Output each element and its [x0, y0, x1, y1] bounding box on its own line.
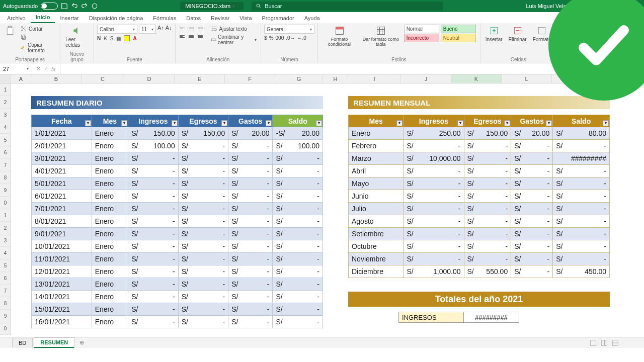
- row-header[interactable]: 6: [0, 272, 11, 285]
- cell[interactable]: S/-: [128, 165, 178, 177]
- cell[interactable]: S/-: [511, 140, 553, 152]
- cell[interactable]: S/-: [553, 215, 610, 228]
- cell[interactable]: Enero: [92, 140, 128, 152]
- cell[interactable]: 16/01/2021: [32, 316, 92, 328]
- sheet-tab-bd[interactable]: BD: [12, 338, 33, 347]
- cell[interactable]: S/-: [128, 152, 178, 165]
- row-header[interactable]: 2: [0, 96, 11, 109]
- cell[interactable]: Enero: [92, 228, 128, 240]
- merge-center-button[interactable]: Combinar y centrar▾: [210, 34, 258, 46]
- cell[interactable]: S/-: [464, 215, 511, 228]
- tab-vista[interactable]: Vista: [234, 14, 257, 23]
- cell[interactable]: S/-: [178, 316, 228, 328]
- cell[interactable]: S/-: [404, 177, 464, 190]
- cell[interactable]: S/-: [273, 215, 323, 228]
- fx-icon[interactable]: fx: [51, 66, 56, 72]
- cell[interactable]: 12/01/2021: [32, 265, 92, 278]
- style-incorrecto[interactable]: Incorrecto: [404, 34, 439, 42]
- col-E[interactable]: E: [175, 74, 225, 83]
- cell[interactable]: S/-: [404, 140, 464, 152]
- comma-button[interactable]: 000: [276, 35, 284, 41]
- cell[interactable]: Enero: [92, 265, 128, 278]
- font-size-select[interactable]: 11▾: [139, 25, 156, 34]
- align-middle[interactable]: [188, 25, 195, 32]
- cell[interactable]: S/-: [273, 265, 323, 278]
- cell[interactable]: S/-: [178, 190, 228, 203]
- col-C[interactable]: C: [82, 74, 124, 83]
- cell[interactable]: S/-: [128, 291, 178, 303]
- col-B[interactable]: B: [31, 74, 82, 83]
- cell[interactable]: 1/01/2021: [32, 127, 92, 140]
- border-button[interactable]: ▦: [116, 36, 121, 41]
- cell[interactable]: S/-: [128, 316, 178, 328]
- normal-view-icon[interactable]: [590, 339, 597, 346]
- cell[interactable]: S/-: [228, 165, 273, 177]
- cell[interactable]: S/-: [228, 316, 273, 328]
- cell[interactable]: S/20.00: [511, 127, 553, 140]
- row-header[interactable]: 4: [0, 247, 11, 259]
- col-H[interactable]: H: [323, 74, 348, 83]
- cell[interactable]: S/-: [511, 215, 553, 228]
- cell[interactable]: S/-: [464, 152, 511, 165]
- cell[interactable]: S/1,000.00: [404, 265, 464, 278]
- col-J[interactable]: J: [401, 74, 451, 83]
- search-input[interactable]: Buscar: [252, 2, 443, 11]
- filter-button[interactable]: ▾: [396, 120, 403, 126]
- cell[interactable]: S/-: [178, 215, 228, 228]
- align-center[interactable]: [188, 33, 195, 40]
- cell[interactable]: S/-: [464, 177, 511, 190]
- name-box[interactable]: 27▾: [0, 66, 32, 72]
- cell[interactable]: 10/01/2021: [32, 240, 92, 253]
- col-A[interactable]: A: [11, 74, 31, 83]
- copy-button[interactable]: [19, 33, 57, 41]
- cell[interactable]: S/-: [511, 165, 553, 177]
- cell[interactable]: Marzo: [349, 152, 404, 165]
- currency-button[interactable]: $: [264, 35, 267, 41]
- tab-inicio[interactable]: Inicio: [31, 13, 55, 23]
- cell[interactable]: S/-: [228, 228, 273, 240]
- wrap-text-button[interactable]: Ajustar texto: [210, 25, 258, 33]
- row-header[interactable]: 8: [0, 171, 11, 184]
- cell[interactable]: S/-: [178, 177, 228, 190]
- cell[interactable]: #########: [553, 152, 610, 165]
- undo-icon[interactable]: [71, 3, 78, 10]
- cell[interactable]: S/-: [464, 240, 511, 253]
- mensual-header[interactable]: Egresos▾: [464, 115, 511, 127]
- cell[interactable]: S/-: [553, 228, 610, 240]
- cell[interactable]: S/-: [511, 177, 553, 190]
- cell[interactable]: S/-: [404, 165, 464, 177]
- cell[interactable]: S/-: [228, 253, 273, 265]
- cell[interactable]: 11/01/2021: [32, 253, 92, 265]
- cell[interactable]: S/-: [228, 278, 273, 291]
- filter-button[interactable]: ▾: [504, 120, 510, 126]
- accept-formula-icon[interactable]: ✓: [44, 65, 48, 72]
- cell[interactable]: S/-: [178, 253, 228, 265]
- cell[interactable]: S/-: [404, 215, 464, 228]
- conditional-format-button[interactable]: Formato condicional: [321, 25, 358, 48]
- cell[interactable]: Febrero: [349, 140, 404, 152]
- cell[interactable]: S/550.00: [464, 265, 511, 278]
- cell[interactable]: S/-: [128, 177, 178, 190]
- page-break-icon[interactable]: [612, 339, 619, 346]
- cell[interactable]: Enero: [92, 127, 128, 140]
- style-neutral[interactable]: Neutral: [441, 34, 476, 42]
- col-G[interactable]: G: [275, 74, 323, 83]
- cell[interactable]: S/-: [464, 190, 511, 203]
- paste-button[interactable]: [3, 25, 17, 37]
- cell[interactable]: S/20.00: [228, 127, 273, 140]
- row-header[interactable]: 3: [0, 234, 11, 247]
- cell[interactable]: S/-: [178, 291, 228, 303]
- cell[interactable]: S/80.00: [553, 127, 610, 140]
- cell[interactable]: S/-: [511, 152, 553, 165]
- leer-celdas-button[interactable]: Leer celdas: [63, 25, 91, 49]
- cell[interactable]: S/-: [228, 215, 273, 228]
- cell[interactable]: S/-: [128, 215, 178, 228]
- cell[interactable]: Diciembre: [349, 265, 404, 278]
- tab-programador[interactable]: Programador: [257, 14, 299, 23]
- cell[interactable]: S/-: [178, 152, 228, 165]
- filter-button[interactable]: ▾: [172, 120, 178, 126]
- row-header[interactable]: 5: [0, 134, 11, 146]
- align-left[interactable]: [179, 33, 186, 40]
- cell[interactable]: S/100.00: [273, 140, 323, 152]
- cell[interactable]: Setiembre: [349, 228, 404, 240]
